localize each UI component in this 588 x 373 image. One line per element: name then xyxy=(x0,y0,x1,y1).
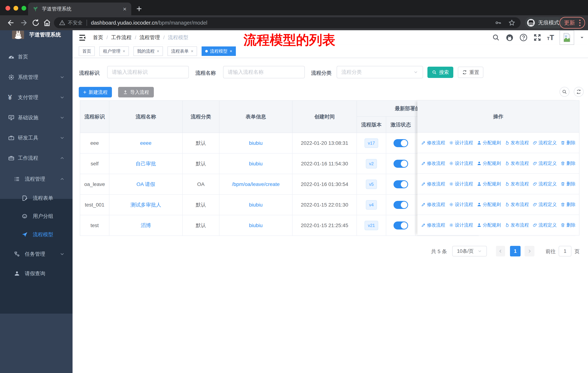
cell-form[interactable]: biubiu xyxy=(220,195,293,215)
sidebar-item-dev-tools[interactable]: 研发工具 xyxy=(0,128,73,147)
process-id-input[interactable]: 请输入流程标识 xyxy=(107,66,189,78)
search-icon[interactable] xyxy=(492,33,500,41)
assign-rule-link[interactable]: 分配规则 xyxy=(477,202,501,207)
import-process-button[interactable]: 导入流程 xyxy=(118,87,154,97)
tag-process-form[interactable]: 流程表单× xyxy=(168,46,197,56)
process-category-select[interactable]: 流程分类 xyxy=(337,66,423,78)
tag-close-icon[interactable]: × xyxy=(123,49,125,54)
cell-name[interactable]: 测试多审批人 xyxy=(109,195,183,215)
breadcrumb-process-management[interactable]: 流程管理 xyxy=(140,34,160,41)
window-minimize-button[interactable] xyxy=(13,6,18,10)
window-maximize-button[interactable] xyxy=(21,6,26,10)
home-icon[interactable] xyxy=(43,18,51,27)
sidebar-item-process-form[interactable]: 流程表单 xyxy=(0,189,73,208)
sidebar-item-home[interactable]: 首页 xyxy=(0,47,73,66)
browser-tab[interactable]: 芋道管理系统 × xyxy=(28,2,131,15)
reload-icon[interactable] xyxy=(31,18,40,27)
current-page-button[interactable]: 1 xyxy=(510,246,521,256)
sidebar-item-system[interactable]: 系统管理 xyxy=(0,68,73,87)
sidebar-item-process-model[interactable]: 流程模型 xyxy=(0,225,73,244)
active-toggle[interactable] xyxy=(394,139,408,147)
cell-name[interactable]: 自己审批 xyxy=(109,153,183,174)
address-bar[interactable]: 不安全 dashboard.yudao.iocoder.cn/bpm/manag… xyxy=(54,17,521,28)
back-icon[interactable] xyxy=(7,18,15,27)
breadcrumb-home[interactable]: 首页 xyxy=(93,34,103,41)
publish-process-link[interactable]: 发布流程 xyxy=(505,140,529,146)
design-process-link[interactable]: 设计流程 xyxy=(449,181,473,187)
new-tab-button[interactable]: + xyxy=(136,3,142,14)
active-toggle[interactable] xyxy=(394,222,408,230)
app-logo[interactable]: 芋道管理系统 xyxy=(12,30,61,39)
help-icon[interactable] xyxy=(519,33,528,42)
sidebar-item-payment[interactable]: ¥ 支付管理 xyxy=(0,88,73,107)
publish-process-link[interactable]: 发布流程 xyxy=(505,181,529,187)
sidebar-item-infrastructure[interactable]: 基础设施 xyxy=(0,108,73,127)
tag-close-icon[interactable]: × xyxy=(157,49,159,54)
cell-form[interactable]: biubiu xyxy=(220,153,293,174)
sidebar-item-task-management[interactable]: 任务管理 xyxy=(0,245,73,263)
key-icon[interactable] xyxy=(495,19,502,26)
bookmark-star-icon[interactable] xyxy=(508,19,515,26)
tag-tenant[interactable]: 租户管理× xyxy=(99,46,129,56)
process-name-input[interactable]: 请输入流程名称 xyxy=(223,66,305,78)
design-process-link[interactable]: 设计流程 xyxy=(449,160,473,166)
publish-process-link[interactable]: 发布流程 xyxy=(505,202,529,207)
assign-rule-link[interactable]: 分配规则 xyxy=(477,140,501,146)
publish-process-link[interactable]: 发布流程 xyxy=(505,222,529,228)
tag-home[interactable]: 首页 xyxy=(79,46,95,56)
process-definition-link[interactable]: 流程定义 xyxy=(533,222,557,228)
tag-close-icon[interactable]: × xyxy=(191,49,193,54)
sidebar-item-process-management[interactable]: 流程管理 xyxy=(0,170,73,189)
cell-form[interactable]: biubiu xyxy=(220,133,293,153)
browser-menu-icon[interactable] xyxy=(579,20,580,26)
delete-link[interactable]: 删除 xyxy=(560,222,576,228)
fullscreen-icon[interactable] xyxy=(533,33,542,42)
process-definition-link[interactable]: 流程定义 xyxy=(533,181,557,187)
cell-name[interactable]: 滔博 xyxy=(109,215,183,235)
goto-page-input[interactable]: 1 xyxy=(559,246,571,256)
breadcrumb-workflow[interactable]: 工作流程 xyxy=(111,34,132,41)
design-process-link[interactable]: 设计流程 xyxy=(449,222,473,228)
assign-rule-link[interactable]: 分配规则 xyxy=(477,181,501,187)
sidebar-collapse-icon[interactable] xyxy=(78,33,86,42)
tag-close-icon[interactable]: × xyxy=(230,49,232,54)
refresh-table-button[interactable] xyxy=(574,87,584,97)
window-close-button[interactable] xyxy=(5,6,10,10)
process-definition-link[interactable]: 流程定义 xyxy=(533,140,557,146)
design-process-link[interactable]: 设计流程 xyxy=(449,202,473,207)
tag-process-model[interactable]: 流程模型× xyxy=(202,46,236,56)
modify-process-link[interactable]: 修改流程 xyxy=(421,140,445,146)
delete-link[interactable]: 删除 xyxy=(560,181,576,187)
next-page-button[interactable] xyxy=(525,246,535,256)
reset-button[interactable]: 重置 xyxy=(458,67,483,78)
process-definition-link[interactable]: 流程定义 xyxy=(533,202,557,207)
tab-close-icon[interactable]: × xyxy=(123,6,126,12)
sidebar-item-workflow[interactable]: 工作流程 xyxy=(0,149,73,168)
publish-process-link[interactable]: 发布流程 xyxy=(505,160,529,166)
active-toggle[interactable] xyxy=(394,201,408,209)
modify-process-link[interactable]: 修改流程 xyxy=(421,202,445,207)
assign-rule-link[interactable]: 分配规则 xyxy=(477,160,501,166)
sidebar-item-user-group[interactable]: 用户分组 xyxy=(0,207,73,226)
create-process-button[interactable]: + 新建流程 xyxy=(79,87,112,97)
design-process-link[interactable]: 设计流程 xyxy=(449,140,473,146)
tag-my-process[interactable]: 我的流程× xyxy=(133,46,163,56)
avatar[interactable] xyxy=(560,30,574,45)
github-icon[interactable] xyxy=(505,33,514,42)
prev-page-button[interactable] xyxy=(496,246,505,256)
cell-name[interactable]: OA 请假 xyxy=(109,174,183,194)
cell-form[interactable]: biubiu xyxy=(220,215,293,235)
toggle-search-button[interactable] xyxy=(560,87,569,97)
sidebar-item-leave-query[interactable]: 请假查询 xyxy=(0,264,73,283)
delete-link[interactable]: 删除 xyxy=(560,202,576,207)
delete-link[interactable]: 删除 xyxy=(560,140,576,146)
active-toggle[interactable] xyxy=(394,160,408,168)
active-toggle[interactable] xyxy=(394,180,408,188)
forward-icon[interactable] xyxy=(19,18,28,27)
cell-form[interactable]: /bpm/oa/leave/create xyxy=(220,174,293,194)
modify-process-link[interactable]: 修改流程 xyxy=(421,160,445,166)
window-controls[interactable] xyxy=(5,6,26,10)
search-button[interactable]: 搜索 xyxy=(427,67,453,78)
chevron-down-icon[interactable] xyxy=(580,35,584,40)
font-size-icon[interactable]: TT xyxy=(547,33,554,42)
